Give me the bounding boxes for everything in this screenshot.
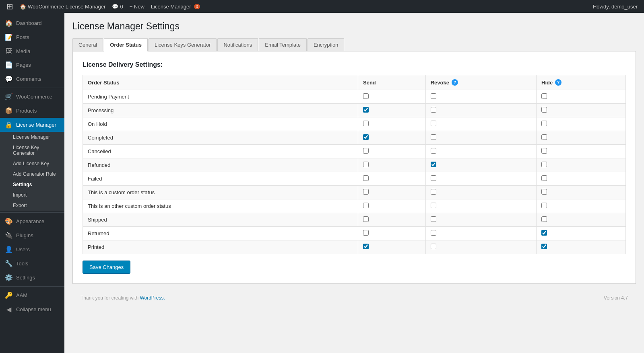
save-changes-button[interactable]: Save Changes — [83, 261, 130, 274]
checkbox-send[interactable] — [363, 134, 369, 140]
separator-3 — [0, 286, 64, 287]
checkbox-hide[interactable] — [541, 107, 547, 113]
comments-link[interactable]: 💬 0 — [109, 0, 126, 13]
sidebar-item-dashboard[interactable]: 🏠 Dashboard — [0, 16, 64, 30]
wordpress-link[interactable]: WordPress. — [140, 295, 165, 301]
cell-revoke — [425, 240, 536, 254]
checkbox-hide[interactable] — [541, 189, 547, 195]
cell-send — [358, 227, 426, 240]
checkbox-hide[interactable] — [541, 203, 547, 208]
tab-email-template[interactable]: Email Template — [259, 38, 307, 51]
checkbox-revoke[interactable] — [431, 175, 436, 181]
tab-notifications[interactable]: Notifications — [217, 38, 258, 51]
sidebar-item-products[interactable]: 📦 Products — [0, 104, 64, 118]
table-row: Shipped — [83, 213, 626, 227]
submenu-import[interactable]: Import — [0, 190, 64, 200]
checkbox-revoke[interactable] — [431, 216, 436, 222]
checkbox-revoke[interactable] — [431, 148, 436, 154]
new-content[interactable]: + New — [126, 0, 148, 13]
submenu-add-license-key[interactable]: Add License Key — [0, 158, 64, 169]
cell-revoke — [425, 131, 536, 145]
submenu-license-manager[interactable]: License Manager — [0, 132, 64, 142]
table-row: On Hold — [83, 117, 626, 131]
checkbox-send[interactable] — [363, 189, 369, 195]
checkbox-hide[interactable] — [541, 93, 547, 99]
checkbox-hide[interactable] — [541, 148, 547, 154]
checkbox-revoke[interactable] — [431, 93, 436, 99]
checkbox-send[interactable] — [363, 244, 369, 249]
checkbox-send[interactable] — [363, 216, 369, 222]
sidebar-item-posts[interactable]: 📝 Posts — [0, 30, 64, 44]
wp-logo-icon[interactable]: ⊞ — [3, 2, 17, 11]
checkbox-hide[interactable] — [541, 244, 547, 249]
sidebar-item-pages[interactable]: 📄 Pages — [0, 58, 64, 72]
checkbox-hide[interactable] — [541, 175, 547, 181]
sidebar-item-plugins[interactable]: 🔌 Plugins — [0, 228, 64, 242]
cell-hide — [537, 117, 626, 131]
table-header-row: Order Status Send Revoke ? Hide ? — [83, 75, 626, 90]
sidebar-item-appearance[interactable]: 🎨 Appearance — [0, 214, 64, 228]
cell-send — [358, 172, 426, 186]
plugin-name[interactable]: License Manager 0 — [148, 0, 203, 13]
site-name[interactable]: 🏠 WooCommerce License Manager — [17, 0, 109, 13]
submenu-add-generator-rule[interactable]: Add Generator Rule — [0, 169, 64, 179]
checkbox-hide[interactable] — [541, 230, 547, 236]
sidebar-label-collapse: Collapse menu — [16, 306, 51, 312]
cell-revoke — [425, 172, 536, 186]
sidebar-item-collapse[interactable]: ◀ Collapse menu — [0, 302, 64, 316]
sidebar-item-tools[interactable]: 🔧 Tools — [0, 257, 64, 271]
checkbox-send[interactable] — [363, 203, 369, 208]
cell-order-status: Cancelled — [83, 145, 358, 158]
cell-hide — [537, 240, 626, 254]
sidebar-item-woocommerce[interactable]: 🛒 WooCommerce — [0, 90, 64, 104]
checkbox-hide[interactable] — [541, 216, 547, 222]
sidebar-item-media[interactable]: 🖼 Media — [0, 44, 64, 58]
checkbox-send[interactable] — [363, 93, 369, 99]
tab-general[interactable]: General — [72, 38, 103, 51]
cell-order-status: Pending Payment — [83, 90, 358, 104]
checkbox-revoke[interactable] — [431, 189, 436, 195]
th-hide: Hide ? — [537, 75, 626, 90]
checkbox-send[interactable] — [363, 175, 369, 181]
submenu-settings[interactable]: Settings — [0, 179, 64, 190]
submenu-license-key-generator[interactable]: License Key Generator — [0, 142, 64, 158]
checkbox-send[interactable] — [363, 107, 369, 113]
checkbox-revoke[interactable] — [431, 162, 436, 167]
license-manager-icon: 🔒 — [5, 121, 13, 129]
checkbox-revoke[interactable] — [431, 203, 436, 208]
tab-license-keys-generator[interactable]: License Keys Generator — [149, 38, 217, 51]
submenu-export[interactable]: Export — [0, 200, 64, 211]
checkbox-revoke[interactable] — [431, 134, 436, 140]
sidebar-item-settings[interactable]: ⚙️ Settings — [0, 271, 64, 285]
checkbox-send[interactable] — [363, 121, 369, 126]
table-row: Processing — [83, 104, 626, 117]
checkbox-send[interactable] — [363, 148, 369, 154]
checkbox-send[interactable] — [363, 230, 369, 236]
checkbox-revoke[interactable] — [431, 244, 436, 249]
checkbox-send[interactable] — [363, 162, 369, 167]
checkbox-hide[interactable] — [541, 162, 547, 167]
aam-icon: 🔑 — [5, 291, 13, 299]
sidebar-item-users[interactable]: 👤 Users — [0, 242, 64, 257]
users-icon: 👤 — [5, 246, 13, 253]
pages-icon: 📄 — [5, 61, 13, 69]
checkbox-revoke[interactable] — [431, 121, 436, 126]
user-greeting[interactable]: Howdy, demo_user — [590, 0, 641, 13]
checkbox-hide[interactable] — [541, 121, 547, 126]
tab-order-status[interactable]: Order Status — [104, 38, 148, 51]
sidebar-item-license-manager[interactable]: 🔒 License Manager — [0, 118, 64, 132]
hide-help-icon[interactable]: ? — [555, 79, 561, 86]
checkbox-hide[interactable] — [541, 134, 547, 140]
revoke-help-icon[interactable]: ? — [452, 79, 458, 86]
sidebar-item-aam[interactable]: 🔑 AAM — [0, 288, 64, 302]
tab-encryption[interactable]: Encryption — [308, 38, 344, 51]
sidebar-label-posts: Posts — [16, 34, 29, 40]
collapse-icon: ◀ — [5, 306, 13, 313]
sidebar-item-comments[interactable]: 💬 Comments — [0, 72, 64, 86]
footer-left: Thank you for creating with WordPress. — [80, 295, 165, 301]
th-order-status: Order Status — [83, 75, 358, 90]
cell-revoke — [425, 213, 536, 227]
delivery-table: Order Status Send Revoke ? Hide ? — [83, 75, 626, 254]
checkbox-revoke[interactable] — [431, 230, 436, 236]
checkbox-revoke[interactable] — [431, 107, 436, 113]
